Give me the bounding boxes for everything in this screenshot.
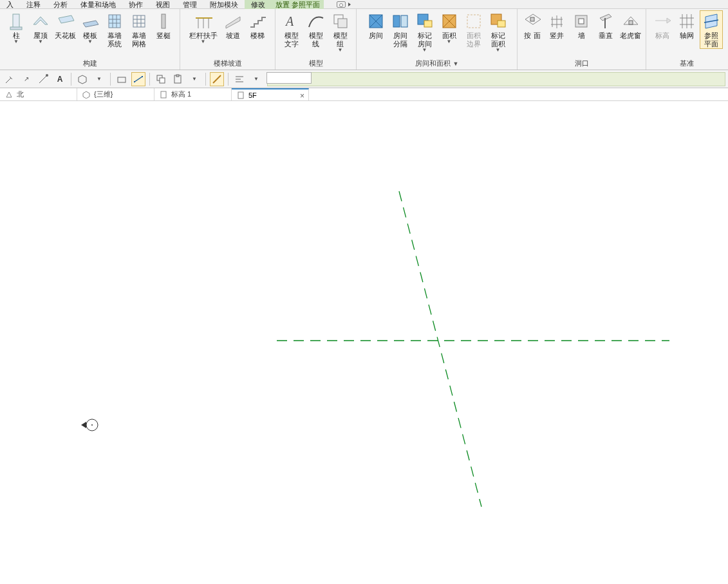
label: 按 面 [522,32,543,40]
record-icon[interactable] [337,1,346,8]
option-pick[interactable] [36,72,50,86]
button-curtain-system[interactable]: 幕墙 系统 [103,10,126,49]
button-railing[interactable]: 栏杆扶手 ▼ [187,10,220,45]
option-align-drop[interactable]: ▼ [249,72,263,86]
button-vertical[interactable]: 垂直 [594,10,617,41]
option-offset-input[interactable] [266,72,312,84]
svg-rect-0 [13,14,19,28]
button-stair[interactable]: 楼梯 [246,10,269,41]
button-reference-plane[interactable]: 参照 平面 [700,10,723,49]
panel-title: 洞口 [518,58,646,70]
floor-icon [80,11,100,32]
label: 楼梯 [250,32,265,40]
svg-rect-65 [142,76,143,77]
option-copy[interactable] [154,72,168,86]
dropdown-icon[interactable] [348,3,351,6]
tag-area-icon [488,11,509,32]
option-3d-drop[interactable]: ▼ [92,72,106,86]
label: 房间 [369,32,383,40]
option-paste[interactable] [171,72,185,86]
tab-level1[interactable]: 标高 1 [154,88,232,100]
label: 标记 面积 [488,32,509,48]
tag-room-icon [415,11,435,32]
menu-collaborate[interactable]: 协作 [122,0,149,9]
panel-datum: 标高 轴网 参照 平面 基准 [646,9,727,70]
svg-line-63 [135,77,142,82]
svg-marker-75 [83,91,89,99]
tab-north[interactable]: 北 [0,88,77,100]
option-draw-line[interactable] [131,72,145,86]
option-drag[interactable]: ↗ [19,72,33,86]
option-modify[interactable] [3,72,17,86]
menu-massing[interactable]: 体量和场地 [74,0,122,9]
button-tag-room[interactable]: 标记 房间 ▼ [413,10,436,53]
panel-room-area: 房间 房间 分隔 标记 房间 ▼ 面积 ▼ [357,9,518,70]
button-room-separator[interactable]: 房间 分隔 [389,10,412,49]
tab-label: {三维} [94,89,113,99]
panel-title: 构建 [0,58,180,70]
byface-icon [522,11,543,32]
button-level: 标高 [651,10,674,41]
button-roof[interactable]: 屋顶 ▼ [29,10,52,45]
menu-manage[interactable]: 管理 [176,0,203,9]
railing-icon [193,11,214,32]
model-text-icon: A [281,11,302,32]
button-column[interactable]: 柱 ▼ [5,10,28,45]
tab-5f[interactable]: 5F × [232,88,309,100]
panel-title: 基准 [646,58,727,70]
menu-annotate[interactable]: 注释 [20,0,47,9]
expand-icon[interactable]: ▼ [453,61,459,67]
tab-label: 标高 1 [171,89,191,99]
separator [228,73,229,86]
button-curtain-grid[interactable]: 幕墙 网格 [127,10,151,49]
option-align[interactable] [232,72,247,86]
context-tab-place-refplane[interactable]: 放置 参照平面 [272,0,324,9]
button-floor[interactable]: 楼板 ▼ [79,10,102,45]
button-ramp[interactable]: 坡道 [221,10,245,41]
label: 房间 分隔 [390,32,411,48]
svg-rect-62 [118,77,126,82]
menu-addins[interactable]: 附加模块 [203,0,245,9]
button-by-face[interactable]: 按 面 [521,10,544,41]
ref-plane-icon [701,11,722,32]
label: 模型 文字 [281,32,302,48]
label: 标记 房间 [415,32,435,48]
label: 幕墙 网格 [129,32,149,48]
button-room[interactable]: 房间 [364,10,387,41]
svg-rect-28 [401,15,407,27]
button-wall-opening[interactable]: 墙 [570,10,593,41]
svg-point-79 [91,424,93,426]
button-model-line[interactable]: 模型 线 [304,10,328,49]
button-grid[interactable]: 轴网 [675,10,698,41]
button-ceiling[interactable]: 天花板 [53,10,77,41]
elevation-marker[interactable] [81,419,98,431]
option-plane[interactable] [115,72,129,86]
menu-modify[interactable]: 修改 [245,0,272,9]
svg-marker-80 [81,422,86,428]
panel-title: 模型 [275,58,356,70]
label: 老虎窗 [620,32,641,40]
button-mullion[interactable]: 竖梃 [152,10,175,41]
panel-model: A 模型 文字 模型 线 模型 组 ▼ 模型 [275,9,357,70]
drawing-canvas[interactable] [0,101,728,584]
button-dormer[interactable]: 老虎窗 [619,10,642,41]
chevron-down-icon: ▼ [496,47,501,53]
button-area[interactable]: 面积 ▼ [438,10,461,45]
button-tag-area[interactable]: 标记 面积 ▼ [487,10,510,53]
label: 幕墙 系统 [104,32,125,48]
panel-title: 房间和面积▼ [357,58,517,70]
close-icon[interactable]: × [300,91,304,100]
button-model-text[interactable]: A 模型 文字 [280,10,303,49]
menu-view[interactable]: 视图 [149,0,176,9]
view-tabs: 北 {三维} 标高 1 5F × [0,88,728,101]
option-paste-drop[interactable]: ▼ [187,72,201,86]
button-model-group[interactable]: 模型 组 ▼ [329,10,352,53]
menu-insert[interactable]: 入 [0,0,20,9]
option-3d[interactable] [75,72,89,86]
reference-plane-diagonal[interactable] [399,191,481,507]
menu-analyze[interactable]: 分析 [47,0,74,9]
button-shaft[interactable]: 竖井 [545,10,568,41]
tab-3d[interactable]: {三维} [77,88,154,100]
option-constrain[interactable] [210,72,224,86]
option-text-a[interactable]: A [53,72,67,86]
